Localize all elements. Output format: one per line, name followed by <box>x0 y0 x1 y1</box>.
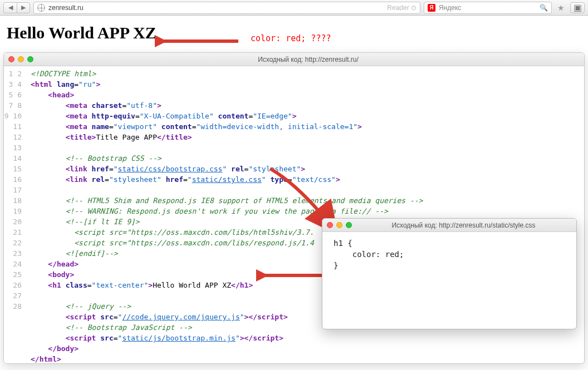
page-body: Hello World APP XZ <box>0 16 588 50</box>
search-icon: 🔍 <box>540 4 548 12</box>
search-placeholder: Яндекс <box>439 4 461 12</box>
line-gutter: 1 2 3 4 5 6 7 8 9 10 11 12 13 14 15 16 1… <box>4 66 26 363</box>
css-titlebar[interactable]: Исходный код: http://zenresult.ru/static… <box>322 219 576 232</box>
zoom-icon[interactable] <box>346 222 352 228</box>
minimize-icon[interactable] <box>18 56 24 62</box>
reader-button[interactable]: Reader ⊙ <box>387 4 416 12</box>
address-bar[interactable]: zenresult.ru Reader ⊙ <box>33 2 420 14</box>
annotation-text: color: red; ???? <box>251 33 331 43</box>
source-titlebar[interactable]: Исходный код: http://zenresult.ru/ <box>4 53 584 66</box>
url-text: zenresult.ru <box>48 4 84 12</box>
css-title: Исходный код: http://zenresult.ru/static… <box>355 221 572 229</box>
browser-toolbar: ◀ ▶ zenresult.ru Reader ⊙ Я Яндекс 🔍 ★ ▣ <box>0 0 588 16</box>
search-bar[interactable]: Я Яндекс 🔍 <box>424 2 552 14</box>
nav-buttons: ◀ ▶ <box>3 2 30 13</box>
globe-icon <box>37 4 45 12</box>
source-title: Исходный код: http://zenresult.ru/ <box>37 56 580 63</box>
zoom-icon[interactable] <box>27 56 33 62</box>
new-tab-button[interactable]: ▣ <box>570 2 585 13</box>
close-icon[interactable] <box>327 222 333 228</box>
window-controls <box>327 222 352 228</box>
css-body: h1 { color: red; } <box>322 232 576 329</box>
close-icon[interactable] <box>8 56 14 62</box>
bookmark-star-icon[interactable]: ★ <box>557 3 565 12</box>
window-controls <box>8 56 33 62</box>
forward-button[interactable]: ▶ <box>17 2 30 13</box>
css-source-window: Исходный код: http://zenresult.ru/static… <box>322 218 577 329</box>
yandex-icon: Я <box>428 4 435 12</box>
back-button[interactable]: ◀ <box>3 2 17 13</box>
minimize-icon[interactable] <box>336 222 342 228</box>
